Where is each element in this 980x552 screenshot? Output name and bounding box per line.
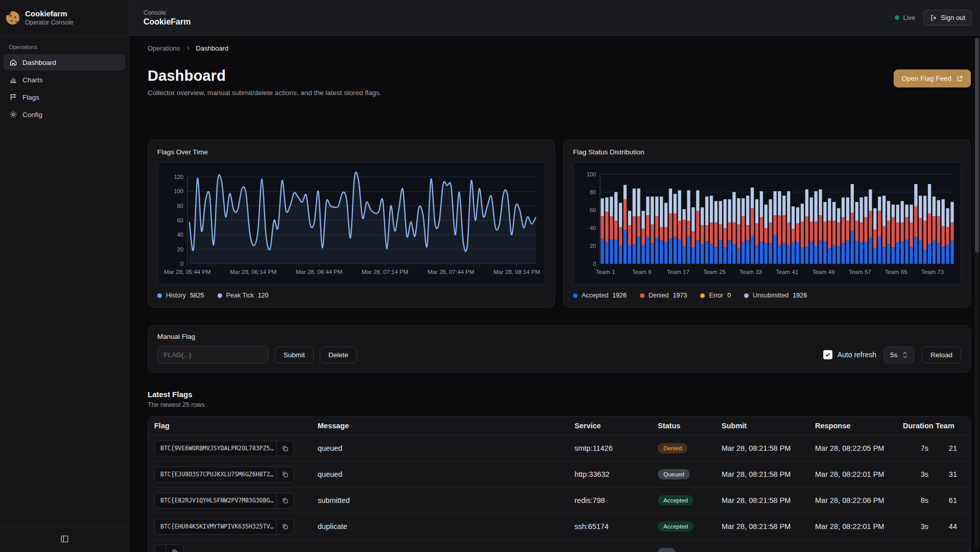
sidebar-item-flags[interactable]: Flags [4,89,125,105]
svg-text:Team 41: Team 41 [776,269,798,275]
message-cell: submitted [318,496,575,504]
status-badge: Accepted [658,521,694,532]
reload-button[interactable]: Reload [922,347,961,363]
svg-text:Team 1: Team 1 [596,269,615,275]
svg-text:Mar 28, 07:14 PM: Mar 28, 07:14 PM [362,269,408,275]
brand-subtitle: Operator Console [25,19,74,26]
brand-title: Cookiefarm [25,9,74,19]
service-cell: redis:798 [575,496,658,504]
response-time-cell: Mar 28, 08:22:01 PM [815,522,903,531]
gear-icon [9,110,17,119]
svg-text:Mar 28, 07:44 PM: Mar 28, 07:44 PM [427,269,474,275]
submit-button[interactable]: Submit [275,347,314,363]
scrollbar-thumb[interactable] [975,38,979,252]
page-scrollbar[interactable] [975,38,979,548]
submit-time-cell: Mar 28, 08:21:58 PM [722,496,815,504]
external-link-icon [956,75,963,82]
legend-value: 1926 [612,292,627,299]
column-header-submit: Submit [722,422,815,430]
chevron-up-down-icon [902,351,908,359]
table-row: BTC{9VE6WORBMVJSYDALPR2OL783PZ5… queued … [148,435,970,462]
page-subtitle: Collector overview, manual submit/delete… [148,89,381,97]
column-header-team: Team [936,422,964,430]
refresh-interval-value: 5s [890,351,897,359]
home-icon [9,58,17,66]
duration-cell: 8s [903,496,936,504]
legend-item-error: Error 0 [700,292,731,299]
duration-cell: 7s [903,444,936,452]
flag-value-chip: BTC{EJU8D3S7CPUJKXLU7SM6GZ6H8T2… [154,467,294,482]
column-header-response: Response [815,422,903,430]
flag-value-chip: BTC{E82RJV1QYHLSFNW2PV7M83G3OBG… [154,493,294,509]
legend-item-accepted: Accepted 1926 [573,292,627,299]
flag-value-chip [154,544,184,552]
delete-button[interactable]: Delete [320,347,357,363]
svg-text:60: 60 [590,207,596,213]
open-flag-feed-button[interactable]: Open Flag Feed [894,70,971,87]
legend-dot-icon [744,293,749,298]
flag-status-distribution-legend: Accepted 1926 Denied 1973 Error [573,292,961,299]
manual-flag-input[interactable] [157,346,269,364]
open-flag-feed-label: Open Flag Feed [901,75,951,82]
svg-text:Team 73: Team 73 [921,269,944,275]
table-row: BTC{E82RJV1QYHLSFNW2PV7M83G3OBG… submitt… [148,488,970,514]
copy-flag-button[interactable] [276,441,294,456]
legend-dot-icon [218,293,222,298]
auto-refresh-label: Auto refresh [838,351,876,359]
column-header-service: Service [575,422,658,430]
svg-text:Mar 28, 08:14 PM: Mar 28, 08:14 PM [493,269,540,275]
flag-value-chip: BTC{9VE6WORBMVJSYDALPR2OL783PZ5… [154,441,294,456]
copy-icon [282,497,289,504]
sidebar-item-label: Charts [22,76,43,84]
chevron-right-icon [185,45,191,51]
column-header-message: Message [318,422,575,430]
duration-cell: 3s [903,522,936,531]
legend-label: Denied [649,292,669,299]
svg-text:Team 57: Team 57 [849,269,871,275]
panel-left-icon [60,535,69,543]
line-chart-svg: 020406080100120Mar 28, 05:44 PMMar 28, 0… [158,163,545,284]
copy-icon [282,445,289,452]
response-time-cell: Mar 28, 08:22:01 PM [815,470,903,478]
legend-label: History [166,292,186,299]
legend-item-unsubmitted: Unsubmitted 1926 [744,292,807,299]
team-cell: 44 [936,522,964,531]
sign-out-button[interactable]: Sign out [923,10,972,26]
latest-flags-title: Latest Flags [148,390,971,399]
latest-flags-subtitle: The newest 25 rows [148,401,971,408]
sidebar: Cookiefarm Operator Console Operations D… [0,0,129,552]
sidebar-collapse-button[interactable] [57,532,72,548]
copy-flag-button[interactable] [276,519,294,534]
legend-value: 120 [258,292,269,299]
flag-value-chip: BTC{EHU04KSKIVMYTWPIVK635H325TV… [154,519,294,535]
manual-flag-title: Manual Flag [157,333,961,340]
svg-text:20: 20 [177,246,183,252]
refresh-interval-select[interactable]: 5s [883,347,915,363]
sidebar-item-dashboard[interactable]: Dashboard [4,54,125,71]
charts-row: Flags Over Time 020406080100120Mar 28, 0… [148,140,971,308]
legend-dot-icon [573,293,578,298]
topbar-title: CookieFarm [144,17,190,27]
svg-text:80: 80 [177,203,183,209]
svg-text:40: 40 [590,225,596,231]
manual-flag-card: Manual Flag Submit Delete Auto refresh 5… [148,325,971,373]
submit-time-cell: Mar 28, 08:21:58 PM [722,522,815,531]
page-content: Operations Dashboard Dashboard Collector… [129,36,980,552]
flag-status-distribution-chart: 020406080100Team 1Team 9Team 17Team 25Te… [573,162,961,285]
copy-flag-button[interactable] [166,545,183,552]
breadcrumb-parent[interactable]: Operations [148,44,180,52]
service-cell: smtp:11426 [575,444,658,452]
table-row: BTC{EHU04KSKIVMYTWPIVK635H325TV… duplica… [148,514,970,540]
copy-flag-button[interactable] [276,467,294,482]
sidebar-item-config[interactable]: Config [4,106,125,123]
flag-value: BTC{E82RJV1QYHLSFNW2PV7M83G3OBG… [155,493,276,508]
sidebar-nav: Operations Dashboard Charts Flags Config [0,36,129,526]
copy-flag-button[interactable] [276,493,294,508]
check-icon [825,352,831,358]
sidebar-item-charts[interactable]: Charts [4,72,125,88]
svg-text:Team 49: Team 49 [812,269,834,275]
team-cell: 21 [936,444,964,452]
auto-refresh-checkbox[interactable] [823,350,832,359]
svg-text:Team 65: Team 65 [885,269,907,275]
sidebar-item-label: Dashboard [22,59,56,66]
